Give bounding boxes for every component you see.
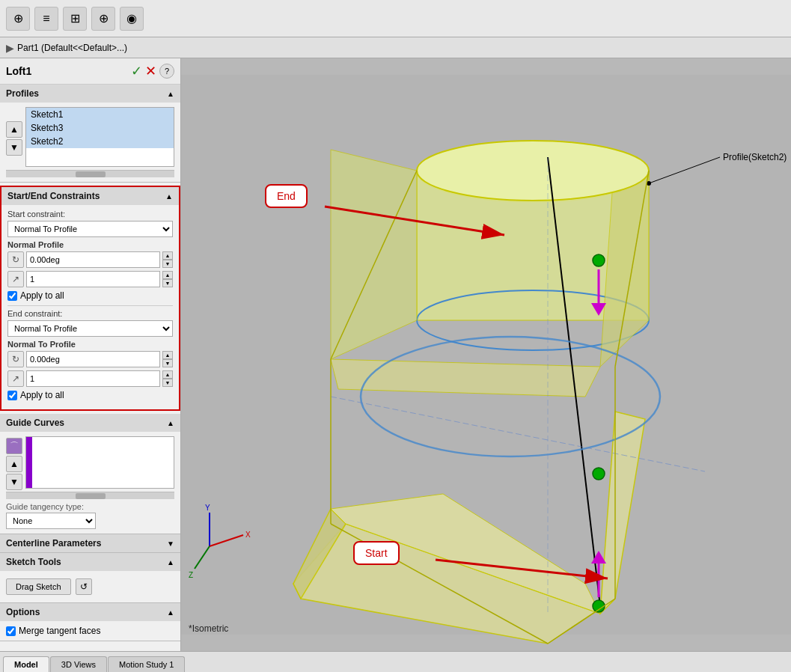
start-scale-row: ↗ ▲ ▼ (7, 271, 173, 287)
end-scale-up[interactable]: ▲ (162, 370, 173, 379)
centerline-arrow: ▼ (167, 540, 174, 548)
guide-curves-arrow: ▲ (167, 419, 174, 427)
start-angle-down[interactable]: ▼ (162, 260, 173, 268)
breadcrumb-icon: ▶ (6, 42, 14, 54)
end-apply-all-row: Apply to all (7, 390, 173, 400)
options-arrow: ▲ (167, 608, 174, 617)
sketch-tools-label: Sketch Tools (6, 557, 61, 567)
merge-tangent-label: Merge tangent faces (19, 626, 100, 636)
guide-up-button[interactable]: ▲ (6, 456, 22, 472)
guide-curves-content: ⌒ ▲ ▼ Guide tangency type: None Tangency… (0, 432, 180, 534)
loft-header: Loft1 ✓ ✕ ? (0, 58, 180, 85)
left-panel: Loft1 ✓ ✕ ? Profiles ▲ ▲ ▼ Sket (0, 58, 181, 651)
svg-text:Z: Z (189, 571, 193, 579)
tab-3d-views[interactable]: 3D Views (50, 656, 107, 672)
profiles-section-label: Profiles (6, 88, 39, 99)
merge-tangent-row: Merge tangent faces (6, 626, 174, 636)
constraints-content: Start constraint: Normal To Profile None… (1, 205, 179, 409)
profiles-list[interactable]: Sketch1 Sketch3 Sketch2 (25, 107, 174, 167)
top-toolbar: ⊕ ≡ ⊞ ⊕ ◉ (0, 0, 791, 37)
guide-curves-label: Guide Curves (6, 418, 64, 428)
start-angle-icon: ↻ (7, 251, 24, 268)
options-header[interactable]: Options ▲ (0, 603, 180, 621)
svg-point-15 (593, 468, 605, 480)
start-angle-input[interactable] (26, 251, 160, 268)
toolbar-icon-5[interactable]: ◉ (120, 7, 144, 31)
viewport-svg: Profile(Sketch2) Y X Z (181, 58, 791, 651)
viewport[interactable]: Profile(Sketch2) Y X Z (181, 58, 791, 651)
profile-item-sketch2[interactable]: Sketch2 (26, 135, 174, 148)
svg-point-16 (593, 600, 605, 612)
profile-up-button[interactable]: ▲ (6, 121, 22, 138)
options-section: Options ▲ Merge tangent faces (0, 603, 180, 641)
start-scale-input[interactable] (26, 271, 160, 287)
merge-tangent-checkbox[interactable] (6, 626, 16, 636)
svg-text:Profile(Sketch2): Profile(Sketch2) (723, 152, 787, 162)
end-angle-up[interactable]: ▲ (162, 351, 173, 359)
end-scale-input[interactable] (26, 370, 160, 387)
toolbar-icon-3[interactable]: ⊞ (63, 7, 87, 31)
undo-button[interactable]: ↺ (76, 578, 92, 595)
end-callout-text: End (277, 190, 296, 202)
profile-item-sketch3[interactable]: Sketch3 (26, 121, 174, 135)
start-angle-up[interactable]: ▲ (162, 251, 173, 260)
profile-move-buttons: ▲ ▼ (6, 121, 22, 156)
sketch-tools-section: Sketch Tools ▲ Drag Sketch ↺ (0, 553, 180, 603)
svg-text:X: X (245, 531, 251, 539)
help-button[interactable]: ? (159, 64, 174, 79)
constraints-section: Start/End Constraints ▲ Start constraint… (0, 186, 180, 411)
normal-profile-label: Normal Profile (7, 240, 173, 249)
guide-curves-row: ⌒ ▲ ▼ (6, 436, 174, 492)
sketch-tools-header[interactable]: Sketch Tools ▲ (0, 553, 180, 571)
start-constraint-dropdown[interactable]: Normal To Profile None Direction Vector … (7, 221, 173, 237)
options-content: Merge tangent faces (0, 621, 180, 641)
guide-color-bar (26, 437, 32, 488)
cancel-button[interactable]: ✕ (145, 63, 156, 79)
options-label: Options (6, 607, 40, 617)
guide-scrollbar-thumb (76, 493, 106, 499)
guide-curves-section: Guide Curves ▲ ⌒ ▲ ▼ Guide tan (0, 414, 180, 534)
end-angle-down[interactable]: ▼ (162, 359, 173, 367)
tangency-dropdown[interactable]: None Tangency To Face Normal To Face (6, 513, 96, 529)
svg-text:Y: Y (205, 504, 210, 512)
start-scale-icon: ↗ (7, 271, 24, 287)
start-angle-row: ↻ ▲ ▼ (7, 251, 173, 268)
guide-scrollbar[interactable] (6, 492, 174, 499)
centerline-header[interactable]: Centerline Parameters ▼ (0, 534, 180, 552)
start-callout: Start (353, 541, 400, 565)
profiles-scrollbar[interactable] (6, 170, 174, 177)
end-dropdown-row: Normal To Profile None Direction Vector … (7, 320, 173, 337)
end-apply-all-checkbox[interactable] (7, 391, 17, 400)
end-callout: End (265, 184, 308, 208)
svg-point-11 (417, 141, 649, 201)
start-apply-all-checkbox[interactable] (7, 291, 17, 301)
start-scale-down[interactable]: ▼ (162, 279, 173, 287)
profile-down-button[interactable]: ▼ (6, 139, 22, 156)
profiles-section: Profiles ▲ ▲ ▼ Sketch1 Sketch3 Sketch2 (0, 85, 180, 183)
guide-curves-list[interactable] (25, 436, 174, 489)
drag-sketch-button[interactable]: Drag Sketch (6, 578, 71, 595)
guide-down-button[interactable]: ▼ (6, 474, 22, 490)
tab-model[interactable]: Model (3, 656, 49, 672)
guide-curves-header[interactable]: Guide Curves ▲ (0, 414, 180, 432)
bottom-tabs: Model 3D Views Motion Study 1 (0, 651, 791, 672)
constraint-separator (7, 305, 173, 306)
profiles-section-header[interactable]: Profiles ▲ (0, 85, 180, 103)
start-scale-up[interactable]: ▲ (162, 271, 173, 279)
tab-motion-study[interactable]: Motion Study 1 (108, 656, 185, 672)
start-constraint-label: Start constraint: (7, 210, 173, 219)
constraints-arrow: ▲ (165, 192, 173, 201)
end-scale-down[interactable]: ▼ (162, 379, 173, 387)
toolbar-icon-2[interactable]: ≡ (34, 7, 58, 31)
guide-curve-icon[interactable]: ⌒ (6, 438, 22, 454)
toolbar-icon-4[interactable]: ⊕ (91, 7, 115, 31)
loft-title: Loft1 (6, 65, 31, 77)
end-angle-input[interactable] (26, 351, 160, 367)
toolbar-icon-1[interactable]: ⊕ (6, 7, 30, 31)
profiles-row: ▲ ▼ Sketch1 Sketch3 Sketch2 (6, 107, 174, 170)
profiles-section-content: ▲ ▼ Sketch1 Sketch3 Sketch2 (0, 103, 180, 182)
profile-item-sketch1[interactable]: Sketch1 (26, 108, 174, 121)
end-constraint-dropdown[interactable]: Normal To Profile None Direction Vector … (7, 320, 173, 337)
confirm-button[interactable]: ✓ (131, 63, 142, 79)
constraints-header[interactable]: Start/End Constraints ▲ (1, 187, 179, 205)
